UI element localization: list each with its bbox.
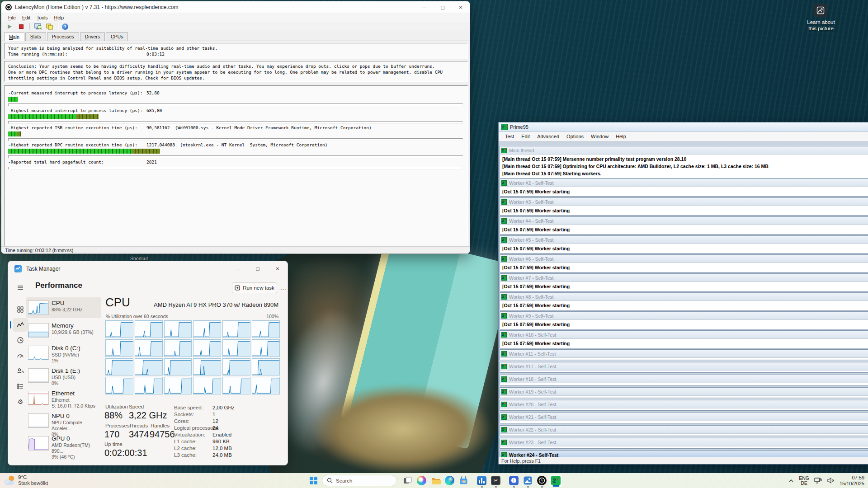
worker-window[interactable]: Worker #8 - Self-Test [Oct 15 07:59] Wor… [500, 292, 868, 310]
rail-services[interactable]: ⚙ [13, 395, 28, 408]
menu-advanced[interactable]: Advanced [533, 133, 563, 140]
prime95-icon [501, 402, 507, 407]
prime95-titlebar[interactable]: Prime95 [499, 122, 868, 132]
start-button[interactable] [307, 475, 319, 487]
tray-chevron-up-icon[interactable] [788, 478, 794, 484]
file-explorer-button[interactable] [429, 473, 443, 488]
detail-value: 960 KB [212, 439, 230, 444]
close-button[interactable]: ✕ [452, 1, 470, 13]
worker-window[interactable]: Worker #9 - Self-Test [Oct 15 07:59] Wor… [500, 311, 868, 329]
rail-users[interactable] [13, 364, 28, 378]
perf-item-disk0[interactable]: Disk 0 (C:) SSD (NVMe) 1% [26, 343, 101, 363]
snipping-tool-icon: ✂ [491, 476, 500, 485]
help-icon[interactable]: ? [62, 23, 68, 30]
prime95-icon [501, 351, 507, 357]
picture-icon[interactable] [814, 4, 827, 17]
task-manager-title: Task Manager [26, 266, 60, 272]
rail-app-history[interactable] [13, 333, 28, 347]
tab-processes[interactable]: Processes [47, 32, 79, 41]
menu-edit[interactable]: Edit [518, 133, 533, 140]
brain-app-button[interactable] [507, 473, 521, 488]
worker-window[interactable]: Worker #2 - Self-Test [Oct 15 07:59] Wor… [500, 178, 868, 197]
prime95-taskbar-button[interactable] [549, 474, 563, 487]
run-new-task-button[interactable]: Run new task [232, 282, 277, 293]
child-title: Worker #19 - Self-Test [509, 389, 556, 394]
worker-window[interactable]: Worker #18 - Self-Test [500, 375, 868, 385]
network-ethernet-icon[interactable] [814, 477, 822, 484]
worker-window[interactable]: Worker #10 - Self-Test [Oct 15 07:59] Wo… [500, 330, 868, 348]
worker-window[interactable]: Worker #21 - Self-Test [500, 413, 868, 423]
rail-menu-button[interactable] [13, 281, 28, 295]
microsoft-store-button[interactable] [457, 473, 471, 488]
metric-pagefaults: -Reported total hard pagefault count:282… [8, 160, 463, 169]
main-thread-window[interactable]: Main thread [Main thread Oct 15 07:59] M… [500, 146, 868, 178]
photos-button[interactable] [521, 473, 535, 488]
tab-stats[interactable]: Stats [25, 32, 46, 41]
maximize-button[interactable]: ▢ [248, 261, 268, 276]
windows-tool-icon[interactable] [45, 23, 54, 30]
task-manager-titlebar[interactable]: Task Manager — ▢ ✕ [8, 261, 288, 277]
copilot-button[interactable] [415, 473, 429, 488]
worker-window[interactable]: Worker #17 - Self-Test [500, 362, 868, 373]
perf-item-memory[interactable]: Memory 10,9/29,6 GB (37%) [26, 320, 101, 341]
task-view-button[interactable] [401, 473, 415, 488]
led-bar [8, 114, 463, 119]
maximize-button[interactable]: ▢ [434, 1, 452, 13]
rail-startup-apps[interactable] [13, 349, 28, 362]
more-options-button[interactable]: ... [279, 282, 288, 293]
cpu-name: AMD Ryzen AI 9 HX PRO 370 w/ Radeon 890M [154, 301, 278, 308]
worker-window[interactable]: Worker #23 - Self-Test [500, 438, 868, 449]
latencymon-titlebar[interactable]: LatencyMon (Home Edition ) v 7.31 - http… [1, 1, 470, 13]
menu-options[interactable]: Options [563, 133, 587, 140]
search-input[interactable]: Search [322, 475, 397, 486]
tab-cpus[interactable]: CPUs [106, 32, 128, 41]
worker-window[interactable]: Worker #4 - Self-Test [Oct 15 07:59] Wor… [500, 216, 868, 235]
minimize-button[interactable]: — [415, 1, 434, 13]
language-switcher[interactable]: ENG DE [799, 476, 809, 486]
start-monitor-button[interactable] [5, 23, 14, 30]
volume-muted-icon[interactable] [827, 477, 835, 484]
menu-help[interactable]: Help [612, 133, 630, 140]
clock[interactable]: 07:59 15/10/2025 [840, 475, 864, 487]
rail-performance[interactable] [13, 318, 28, 332]
worker-window[interactable]: Worker #6 - Self-Test [Oct 15 07:59] Wor… [500, 254, 868, 272]
stat-value: 0:02:00:31 [104, 448, 147, 458]
worker-window[interactable]: Worker #5 - Self-Test [Oct 15 07:59] Wor… [500, 235, 868, 253]
ethernet-mini-chart [28, 391, 49, 405]
stop-monitor-button[interactable] [17, 23, 26, 30]
worker-window[interactable]: Worker #19 - Self-Test [500, 387, 868, 398]
menu-file[interactable]: File [5, 14, 19, 21]
menu-window[interactable]: Window [587, 133, 612, 140]
monitoring-app-button[interactable] [475, 473, 489, 488]
rail-processes[interactable] [13, 303, 28, 316]
worker-window[interactable]: Worker #3 - Self-Test [Oct 15 07:59] Wor… [500, 197, 868, 216]
child-title: Worker #11 - Self-Test [509, 351, 556, 357]
menu-test[interactable]: Test [501, 133, 518, 140]
worker-window[interactable]: Worker #20 - Self-Test [500, 400, 868, 411]
conclusion-line: Conclusion: Your system seems to be havi… [8, 63, 464, 69]
monitor-tool-icon[interactable] [33, 23, 42, 30]
detail-label: Sockets: [174, 412, 194, 417]
tab-main[interactable]: Main [4, 32, 24, 41]
worker-window[interactable]: Worker #11 - Self-Test [500, 349, 868, 360]
rail-details[interactable] [13, 380, 28, 393]
weather-widget[interactable]: 9°C Stark bewölkt [4, 474, 48, 486]
perf-item-npu[interactable]: NPU 0 NPU Compute Acceler... 0% [26, 410, 101, 431]
edge-button[interactable] [443, 473, 457, 488]
close-button[interactable]: ✕ [268, 261, 288, 276]
snipping-tool-button[interactable]: ✂ [489, 473, 503, 488]
perf-item-gpu[interactable]: GPU 0 AMD Radeon(TM) 890... 3% (46 °C) [26, 433, 101, 454]
weather-temp: 9°C [18, 474, 48, 480]
perf-item-ethernet[interactable]: Ethernet Ethernet S: 16,0 R: 72,0 Kbps [26, 388, 101, 408]
worker-window[interactable]: Worker #7 - Self-Test [Oct 15 07:59] Wor… [500, 273, 868, 291]
minimize-button[interactable]: — [228, 261, 248, 276]
menu-edit[interactable]: Edit [19, 14, 33, 21]
menu-tools[interactable]: Tools [33, 14, 51, 21]
learn-about-picture-widget[interactable]: Learn about this picture [814, 4, 868, 32]
perf-item-disk1[interactable]: Disk 1 (E:) USB (USB) 0% [26, 365, 101, 386]
clock-app-button[interactable] [535, 473, 549, 488]
perf-item-cpu[interactable]: CPU 88% 3,22 GHz [26, 297, 101, 318]
menu-help[interactable]: Help [51, 14, 67, 21]
worker-window[interactable]: Worker #22 - Self-Test [500, 425, 868, 436]
tab-drivers[interactable]: Drivers [80, 32, 105, 41]
